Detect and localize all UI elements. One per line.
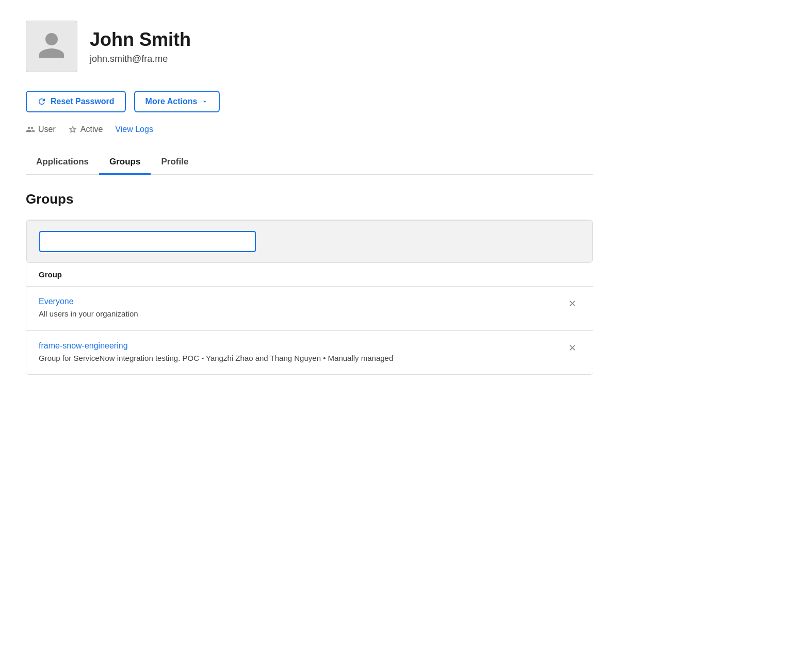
user-role-icon <box>26 125 35 134</box>
group-column-header: Group <box>39 270 62 279</box>
remove-frame-snow-button[interactable]: ✕ <box>564 341 580 355</box>
reset-password-label: Reset Password <box>51 97 115 106</box>
page-container: John Smith john.smith@fra.me Reset Passw… <box>0 0 619 395</box>
group-frame-snow-desc: Group for ServiceNow integration testing… <box>39 353 556 364</box>
dropdown-arrow-icon <box>201 98 208 105</box>
user-header: John Smith john.smith@fra.me <box>26 21 593 72</box>
groups-table-header: Group <box>26 263 593 287</box>
action-buttons: Reset Password More Actions <box>26 91 593 112</box>
tab-groups[interactable]: Groups <box>99 151 151 175</box>
search-and-table: Group Everyone All users in your organiz… <box>26 220 593 375</box>
search-container <box>26 220 593 263</box>
group-everyone-desc: All users in your organization <box>39 308 556 320</box>
tab-profile[interactable]: Profile <box>151 151 199 175</box>
section-title: Groups <box>26 191 593 207</box>
group-everyone-name[interactable]: Everyone <box>39 297 556 306</box>
role-status: User <box>26 125 56 134</box>
group-row-everyone: Everyone All users in your organization … <box>26 287 593 331</box>
group-frame-snow-name[interactable]: frame-snow-engineering <box>39 341 556 351</box>
group-row-frame-snow-engineering: frame-snow-engineering Group for Service… <box>26 331 593 375</box>
reset-password-button[interactable]: Reset Password <box>26 91 126 112</box>
activity-icon <box>68 125 77 134</box>
avatar <box>26 21 77 72</box>
user-email: john.smith@fra.me <box>90 54 191 64</box>
remove-everyone-button[interactable]: ✕ <box>564 297 580 310</box>
user-status-label: Active <box>80 125 103 134</box>
tab-applications[interactable]: Applications <box>26 151 99 175</box>
user-info: John Smith john.smith@fra.me <box>90 29 191 64</box>
status-row: User Active View Logs <box>26 125 593 134</box>
groups-section: Groups Group Everyone All users in your … <box>26 191 593 375</box>
user-name: John Smith <box>90 29 191 51</box>
more-actions-label: More Actions <box>145 97 198 106</box>
group-frame-snow-content: frame-snow-engineering Group for Service… <box>39 341 556 364</box>
group-search-input[interactable] <box>39 231 256 252</box>
view-logs-link[interactable]: View Logs <box>115 125 153 134</box>
reset-icon <box>37 97 46 106</box>
tabs-container: Applications Groups Profile <box>26 151 593 175</box>
group-everyone-content: Everyone All users in your organization <box>39 297 556 320</box>
user-role-label: User <box>38 125 56 134</box>
activity-status: Active <box>68 125 103 134</box>
more-actions-button[interactable]: More Actions <box>134 91 220 112</box>
user-avatar-icon <box>36 30 67 63</box>
